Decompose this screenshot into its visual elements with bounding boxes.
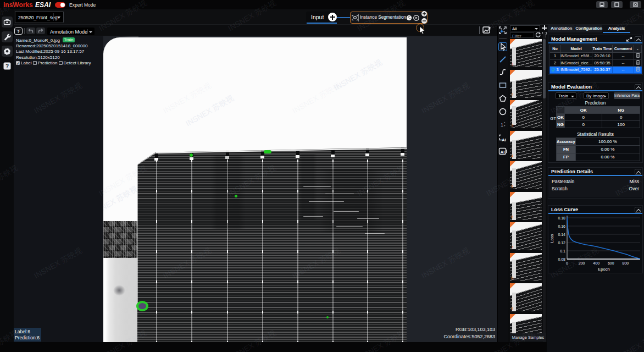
svg-text:0: 0 xyxy=(566,261,568,265)
svg-text:0.08: 0.08 xyxy=(558,257,565,261)
svg-text:?: ? xyxy=(5,63,9,69)
svg-text:400: 400 xyxy=(593,261,599,265)
svg-text:0.14: 0.14 xyxy=(558,233,565,237)
svg-text:0.16: 0.16 xyxy=(558,224,565,228)
svg-text:200: 200 xyxy=(579,261,585,265)
svg-text:1: 1 xyxy=(501,122,503,128)
svg-text:AI: AI xyxy=(502,138,506,142)
svg-text:0.12: 0.12 xyxy=(558,241,565,245)
svg-text:0.1: 0.1 xyxy=(560,249,565,253)
svg-text:Loss: Loss xyxy=(549,234,554,243)
svg-text:800: 800 xyxy=(623,261,629,265)
svg-text:AI: AI xyxy=(501,150,505,155)
svg-text:0.18: 0.18 xyxy=(558,216,565,220)
svg-text:600: 600 xyxy=(608,261,614,265)
svg-text:Epoch: Epoch xyxy=(598,267,609,272)
